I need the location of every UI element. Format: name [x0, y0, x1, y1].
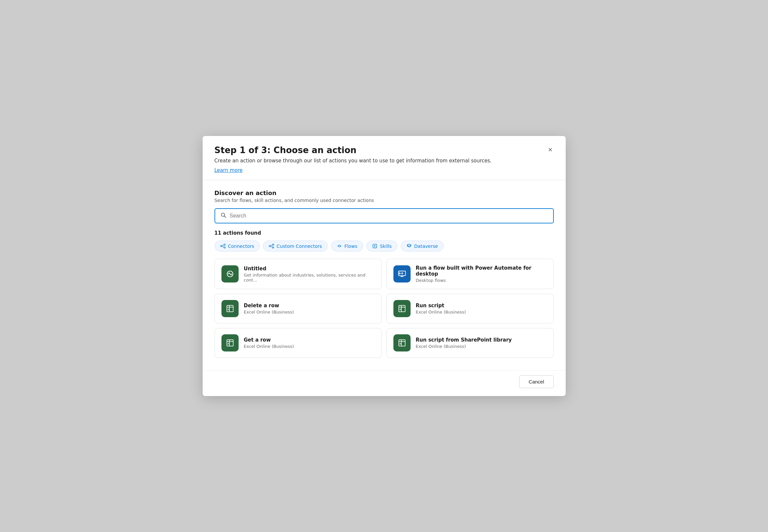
dialog-body: Discover an action Search for flows, ski…: [203, 180, 566, 370]
dialog-subtitle: Create an action or browse through our l…: [215, 158, 554, 164]
chip-connectors-label: Connectors: [228, 244, 254, 249]
svg-line-5: [222, 245, 224, 246]
action-card-desktop-flow[interactable]: Run a flow built with Power Automate for…: [386, 259, 554, 289]
action-sub-run-script: Excel Online (Business): [416, 310, 466, 315]
action-icon-desktop-flow: [393, 265, 411, 283]
svg-point-8: [272, 244, 274, 245]
search-input[interactable]: [230, 213, 548, 219]
flows-chip-icon: [337, 243, 342, 249]
action-info-desktop-flow: Run a flow built with Power Automate for…: [416, 265, 547, 283]
svg-line-6: [222, 246, 224, 247]
action-sub-untitled: Get information about industries, soluti…: [244, 273, 375, 283]
chip-flows[interactable]: Flows: [331, 241, 363, 251]
svg-line-11: [271, 246, 273, 247]
chip-connectors[interactable]: Connectors: [215, 241, 260, 251]
filter-chips: Connectors Custom Connectors: [215, 241, 554, 251]
svg-line-1: [224, 216, 226, 218]
chip-skills-label: Skills: [380, 244, 392, 249]
action-name-get-row: Get a row: [244, 337, 294, 343]
svg-text:X: X: [227, 308, 229, 311]
svg-text:X: X: [399, 342, 401, 345]
dialog-header: Step 1 of 3: Choose an action Create an …: [203, 136, 566, 180]
chip-custom-connectors-label: Custom Connectors: [277, 244, 322, 249]
svg-text:X: X: [227, 342, 229, 345]
chip-flows-label: Flows: [345, 244, 357, 249]
search-box: [215, 208, 554, 223]
choose-action-dialog: Step 1 of 3: Choose an action Create an …: [203, 136, 566, 396]
action-info-run-script: Run script Excel Online (Business): [416, 303, 466, 315]
action-card-get-row[interactable]: X Get a row Excel Online (Business): [215, 328, 382, 358]
action-card-delete-row[interactable]: X Delete a row Excel Online (Business): [215, 294, 382, 323]
action-info-delete-row: Delete a row Excel Online (Business): [244, 303, 294, 315]
cancel-button[interactable]: Cancel: [519, 375, 554, 388]
action-name-run-script: Run script: [416, 303, 466, 309]
discover-subtitle: Search for flows, skill actions, and com…: [215, 198, 554, 203]
chip-dataverse-label: Dataverse: [414, 244, 438, 249]
action-info-untitled: Untitled Get information about industrie…: [244, 266, 375, 283]
actions-grid: Untitled Get information about industrie…: [215, 259, 554, 358]
close-icon: ×: [548, 146, 552, 154]
action-sub-get-row: Excel Online (Business): [244, 344, 294, 349]
action-icon-get-row: X: [221, 334, 239, 351]
discover-title: Discover an action: [215, 189, 554, 196]
dataverse-chip-icon: [406, 243, 412, 249]
action-sub-desktop-flow: Desktop flows: [416, 278, 547, 283]
svg-point-7: [269, 245, 270, 247]
svg-point-2: [220, 245, 222, 247]
svg-point-16: [407, 244, 411, 246]
skills-chip-icon: [372, 243, 378, 249]
search-icon: [220, 212, 226, 219]
custom-connectors-chip-icon: [269, 243, 274, 249]
action-card-run-script-sharepoint[interactable]: X Run script from SharePoint library Exc…: [386, 328, 554, 358]
action-sub-delete-row: Excel Online (Business): [244, 310, 294, 315]
chip-skills[interactable]: Skills: [366, 241, 397, 251]
svg-point-9: [272, 247, 274, 248]
dialog-title: Step 1 of 3: Choose an action: [215, 145, 554, 155]
connectors-chip-icon: [220, 243, 226, 249]
action-card-untitled[interactable]: Untitled Get information about industrie…: [215, 259, 382, 289]
action-info-run-script-sharepoint: Run script from SharePoint library Excel…: [416, 337, 512, 349]
learn-more-link[interactable]: Learn more: [215, 167, 243, 173]
action-name-untitled: Untitled: [244, 266, 375, 272]
action-info-get-row: Get a row Excel Online (Business): [244, 337, 294, 349]
action-name-delete-row: Delete a row: [244, 303, 294, 309]
action-icon-delete-row: X: [221, 300, 239, 317]
action-icon-run-script-sharepoint: X: [393, 334, 411, 351]
action-icon-run-script: X: [393, 300, 411, 317]
dialog-footer: Cancel: [203, 370, 566, 396]
action-name-desktop-flow: Run a flow built with Power Automate for…: [416, 265, 547, 277]
action-card-run-script[interactable]: X Run script Excel Online (Business): [386, 294, 554, 323]
svg-line-10: [271, 245, 273, 246]
svg-point-3: [224, 244, 225, 245]
chip-dataverse[interactable]: Dataverse: [401, 241, 444, 251]
close-button[interactable]: ×: [545, 144, 556, 156]
svg-point-4: [224, 247, 225, 248]
action-name-run-script-sharepoint: Run script from SharePoint library: [416, 337, 512, 343]
actions-found-label: 11 actions found: [215, 230, 554, 236]
chip-custom-connectors[interactable]: Custom Connectors: [263, 241, 328, 251]
action-icon-untitled: [221, 265, 239, 283]
svg-text:X: X: [399, 308, 401, 311]
action-sub-run-script-sharepoint: Excel Online (Business): [416, 344, 512, 349]
